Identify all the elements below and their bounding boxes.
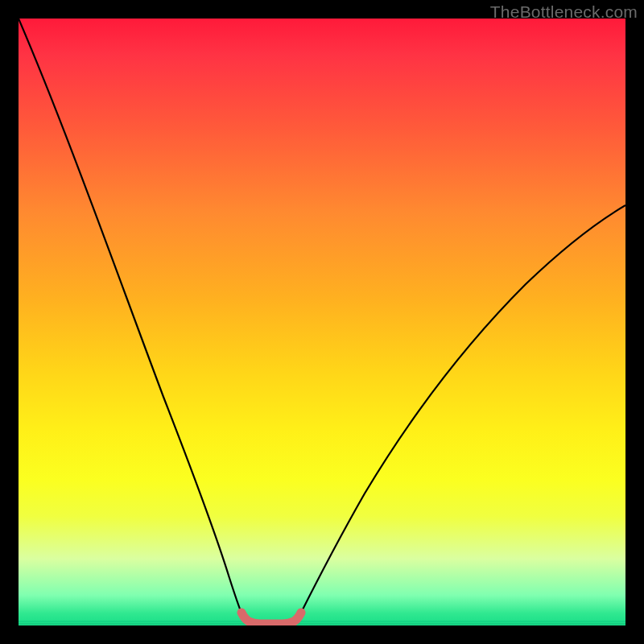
chart-svg (19, 19, 625, 625)
watermark-text: TheBottleneck.com (490, 2, 638, 22)
left-curve-line (19, 19, 244, 619)
notch-accent (242, 613, 301, 624)
right-curve-line (298, 205, 625, 619)
chart-container: TheBottleneck.com (0, 0, 644, 644)
